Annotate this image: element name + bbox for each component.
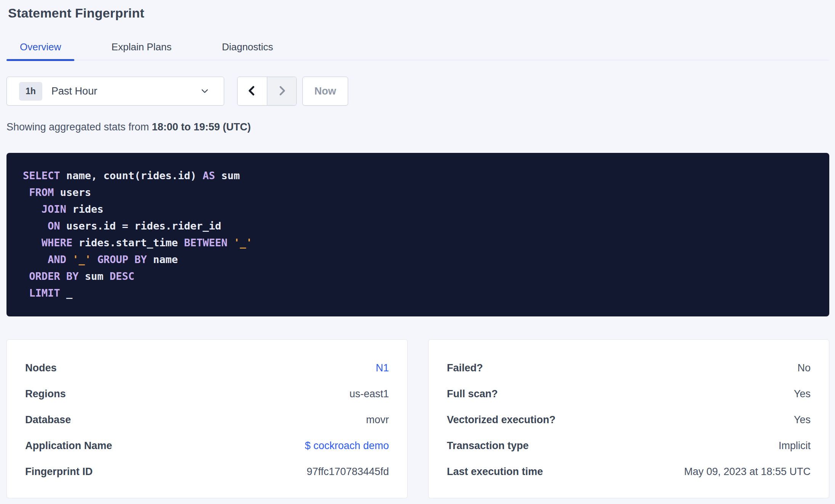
sql-line: ORDER BY sum DESC (23, 268, 814, 285)
sql-line: JOIN rides (23, 201, 814, 218)
info-label: Fingerprint ID (25, 466, 93, 478)
sql-line: FROM users (23, 184, 814, 201)
tab-diagnostics[interactable]: Diagnostics (209, 41, 286, 60)
info-label: Database (25, 414, 71, 426)
chevron-down-icon (199, 86, 210, 96)
info-value: movr (366, 414, 389, 426)
details-cards: NodesN1Regionsus-east1DatabasemovrApplic… (6, 339, 829, 498)
info-value: 97ffc170783445fd (307, 466, 389, 478)
sql-line: SELECT name, count(rides.id) AS sum (23, 167, 814, 184)
info-value: No (797, 362, 811, 374)
info-label: Vectorized execution? (447, 414, 556, 426)
tab-overview[interactable]: Overview (6, 41, 74, 60)
previous-time-button[interactable] (238, 77, 267, 105)
info-row: Failed?No (447, 355, 811, 381)
tab-bar: Overview Explain Plans Diagnostics (6, 41, 829, 60)
tab-explain-plans[interactable]: Explain Plans (98, 41, 185, 60)
page-title: Statement Fingerprint (8, 5, 829, 21)
info-label: Last execution time (447, 466, 543, 478)
info-label: Nodes (25, 362, 57, 374)
sql-line: LIMIT _ (23, 285, 814, 302)
statement-fingerprint-page: Statement Fingerprint Overview Explain P… (0, 5, 835, 498)
chevron-right-icon (275, 84, 288, 98)
info-label: Full scan? (447, 388, 498, 400)
info-value: us-east1 (349, 388, 389, 400)
execution-details-card: Failed?NoFull scan?YesVectorized executi… (428, 339, 829, 498)
now-button[interactable]: Now (302, 77, 348, 106)
info-value: May 09, 2023 at 18:55 UTC (684, 466, 811, 478)
statement-details-card: NodesN1Regionsus-east1DatabasemovrApplic… (6, 339, 408, 498)
info-label: Application Name (25, 440, 112, 452)
aggregation-summary: Showing aggregated stats from 18:00 to 1… (6, 120, 829, 134)
next-time-button[interactable] (267, 77, 297, 105)
time-range-label: Past Hour (51, 85, 97, 97)
info-row: Vectorized execution?Yes (447, 407, 811, 433)
info-value: Yes (794, 388, 811, 400)
sql-line: WHERE rides.start_time BETWEEN '_' (23, 234, 814, 251)
info-row: NodesN1 (25, 355, 389, 381)
info-row: Fingerprint ID97ffc170783445fd (25, 459, 389, 485)
sql-statement-box: SELECT name, count(rides.id) AS sum FROM… (6, 153, 829, 316)
info-row: Application Name$ cockroach demo (25, 433, 389, 459)
sql-line: ON users.id = rides.rider_id (23, 218, 814, 234)
info-label: Regions (25, 388, 66, 400)
aggregation-summary-prefix: Showing aggregated stats from (6, 121, 152, 133)
info-label: Failed? (447, 362, 483, 374)
time-controls: 1h Past Hour (6, 77, 829, 106)
info-row: Transaction typeImplicit (447, 433, 811, 459)
info-row: Regionsus-east1 (25, 381, 389, 407)
info-row: Full scan?Yes (447, 381, 811, 407)
info-row: Databasemovr (25, 407, 389, 433)
time-step-button-group (237, 77, 297, 106)
time-range-badge: 1h (19, 82, 42, 101)
info-row: Last execution timeMay 09, 2023 at 18:55… (447, 459, 811, 485)
info-label: Transaction type (447, 440, 529, 452)
time-range-dropdown[interactable]: 1h Past Hour (6, 77, 224, 106)
info-value-link[interactable]: $ cockroach demo (305, 440, 389, 452)
info-value: Yes (794, 414, 811, 426)
sql-line: AND '_' GROUP BY name (23, 251, 814, 268)
info-value: Implicit (779, 440, 811, 452)
chevron-left-icon (246, 84, 259, 98)
aggregation-time-range: 18:00 to 19:59 (UTC) (152, 121, 251, 133)
info-value-link[interactable]: N1 (376, 362, 389, 374)
